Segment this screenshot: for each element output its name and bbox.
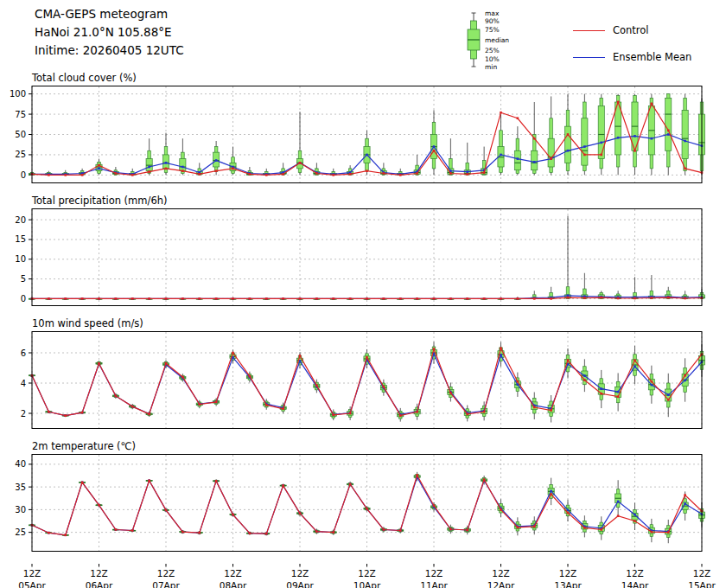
ensemble-mean-line-marker: [165, 162, 168, 164]
box-25-75: [582, 118, 588, 165]
control-line-marker: [299, 512, 302, 514]
svg-text:11Apr: 11Apr: [420, 580, 448, 588]
ensemble-mean-line-marker: [684, 380, 686, 382]
control-line-marker: [332, 531, 334, 534]
control-line-marker: [567, 133, 570, 136]
control-line-marker: [315, 297, 318, 300]
svg-text:100: 100: [10, 89, 26, 99]
control-line-marker: [198, 297, 201, 300]
control-line-marker: [416, 474, 418, 476]
control-line-marker: [182, 531, 184, 534]
control-line-marker: [550, 297, 552, 300]
box-25-75: [666, 98, 672, 150]
control-line-marker: [517, 117, 519, 119]
ensemble-mean-line-marker: [651, 137, 653, 140]
ensemble-mean-line-marker: [550, 490, 552, 493]
svg-text:4: 4: [21, 379, 26, 388]
control-line-marker: [583, 527, 586, 529]
control-line-marker: [399, 414, 402, 417]
control-line-marker: [48, 174, 50, 176]
box-25-75: [514, 150, 520, 170]
control-line-marker: [466, 297, 468, 300]
control-line-marker: [64, 297, 67, 300]
ensemble-mean-line-marker: [600, 387, 602, 390]
control-line-marker: [617, 514, 620, 517]
control-line-marker: [366, 169, 368, 172]
control-line-marker: [81, 482, 84, 484]
control-line-marker: [651, 103, 653, 105]
control-line-marker: [215, 480, 218, 483]
ensemble-mean-line-marker: [617, 501, 620, 503]
control-line-marker: [433, 504, 436, 507]
control-line-marker: [165, 509, 168, 512]
control-line-marker: [249, 173, 252, 176]
svg-text:12Z: 12Z: [559, 568, 577, 578]
svg-text:12Z: 12Z: [693, 568, 711, 578]
control-line-marker: [315, 384, 318, 387]
svg-text:12Z: 12Z: [224, 568, 242, 578]
ensemble-mean-line-marker: [366, 154, 368, 157]
svg-text:12Z: 12Z: [358, 568, 376, 578]
svg-text:10%: 10%: [485, 55, 500, 63]
control-line-marker: [282, 484, 284, 487]
legend-ensemble-mean-label: Ensemble Mean: [613, 51, 691, 63]
svg-text:12Z: 12Z: [157, 568, 175, 578]
control-line-marker: [684, 374, 686, 377]
control-line-marker: [315, 530, 318, 533]
box-25-75: [180, 159, 186, 171]
control-line-marker: [232, 297, 234, 300]
svg-text:25: 25: [15, 527, 26, 537]
control-line-marker: [500, 347, 502, 349]
legend-item-control: Control: [573, 24, 691, 36]
control-line-marker: [449, 392, 452, 394]
control-line-marker: [64, 174, 67, 176]
control-line-marker: [651, 531, 653, 534]
svg-text:20: 20: [15, 215, 26, 225]
control-line-marker: [349, 297, 352, 300]
control-line-marker: [517, 527, 519, 529]
svg-text:10Apr: 10Apr: [353, 580, 381, 588]
control-line-marker: [634, 150, 636, 152]
control-line-marker: [215, 297, 218, 300]
control-line-marker: [64, 414, 67, 417]
panel-precipitation: Total precipitation (mm/6h) 05101520: [2, 195, 723, 306]
control-line-swatch: [573, 30, 605, 31]
svg-text:06Apr: 06Apr: [86, 580, 113, 588]
ensemble-mean-line-marker: [617, 137, 620, 139]
control-line-marker: [617, 101, 620, 104]
ensemble-mean-line-marker: [634, 514, 636, 516]
control-line-marker: [383, 172, 385, 175]
svg-text:12Z: 12Z: [291, 568, 309, 578]
control-line-marker: [567, 512, 570, 514]
panel-cloud-cover: Total cloud cover (%) 0255075100: [2, 73, 723, 183]
svg-text:min: min: [485, 63, 497, 71]
svg-text:75%: 75%: [485, 26, 500, 34]
control-line-marker: [131, 174, 134, 176]
control-line-marker: [282, 407, 284, 410]
ensemble-mean-line-marker: [567, 150, 570, 152]
control-line-marker: [583, 154, 586, 157]
ensemble-mean-line-marker: [651, 384, 653, 387]
svg-text:07Apr: 07Apr: [152, 580, 180, 588]
control-line-marker: [232, 514, 234, 516]
control-line-marker: [600, 393, 602, 395]
control-line-marker: [98, 362, 100, 365]
control-line-marker: [483, 297, 486, 300]
panels: Total cloud cover (%) 0255075100 Total p…: [2, 73, 723, 588]
control-line-marker: [332, 413, 334, 416]
ensemble-mean-line-marker: [433, 145, 436, 148]
svg-text:05Apr: 05Apr: [18, 580, 46, 588]
control-line-marker: [567, 297, 570, 299]
control-line-marker: [265, 174, 268, 176]
ensemble-mean-line-marker: [466, 170, 468, 173]
control-line-marker: [81, 412, 84, 414]
control-line-marker: [617, 395, 620, 398]
control-line-marker: [634, 520, 636, 522]
control-line-marker: [483, 478, 486, 481]
control-line-marker: [198, 403, 201, 406]
control-line-marker: [449, 172, 452, 175]
box-25-75: [548, 138, 554, 167]
control-line-marker: [533, 526, 536, 528]
control-line-marker: [383, 528, 385, 531]
control-line-marker: [115, 395, 118, 398]
